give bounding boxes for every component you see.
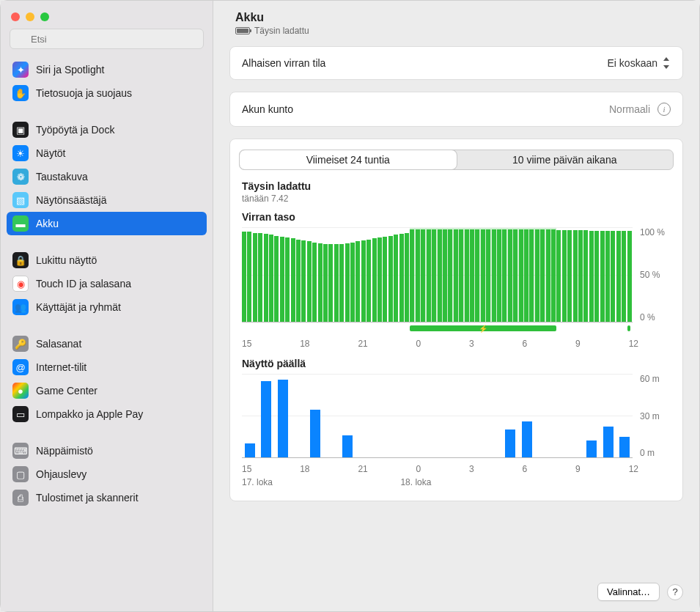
sidebar-item-label: Taustakuva xyxy=(36,171,88,183)
sidebar-item-siri-ja-spotlight[interactable]: ✦Siri ja Spotlight xyxy=(7,58,207,81)
sidebar-item-k-ytt-j-t-ja-ryhm-t[interactable]: 👥Käyttäjät ja ryhmät xyxy=(7,295,207,319)
screen-y-axis: 60 m 30 m 0 m xyxy=(637,374,674,458)
sidebar: ✦Siri ja Spotlight✋Tietosuoja ja suojaus… xyxy=(1,1,213,611)
power-level-chart: ⚡ xyxy=(242,227,633,322)
sidebar-item-salasanat[interactable]: 🔑Salasanat xyxy=(7,332,207,355)
minimize-window-button[interactable] xyxy=(26,12,34,21)
sidebar-item-label: Touch ID ja salasana xyxy=(36,278,131,290)
power-y-axis: 100 % 50 % 0 % xyxy=(637,227,674,322)
help-button[interactable]: ? xyxy=(667,584,683,600)
sidebar-icon: ▭ xyxy=(12,406,29,422)
sidebar-item-label: Tulostimet ja skannerit xyxy=(36,492,139,504)
sidebar-icon: ◉ xyxy=(12,276,29,292)
time-range-segment: Viimeiset 24 tuntia 10 viime päivän aika… xyxy=(239,150,674,170)
info-icon[interactable]: i xyxy=(657,103,671,116)
sidebar-item-label: Internet-tilit xyxy=(36,361,86,373)
sidebar-icon: @ xyxy=(12,359,29,375)
sidebar-item-label: Lompakko ja Apple Pay xyxy=(36,408,143,420)
updown-icon xyxy=(662,57,671,69)
settings-window: ✦Siri ja Spotlight✋Tietosuoja ja suojaus… xyxy=(0,0,700,612)
screen-on-title: Näyttö päällä xyxy=(230,350,682,374)
sidebar-icon: ✋ xyxy=(12,85,29,101)
power-level-title: Virran taso xyxy=(230,204,682,227)
sidebar-icon: ☀ xyxy=(12,145,29,161)
fully-charged-title: Täysin ladattu xyxy=(242,180,671,192)
sidebar-icon: 👥 xyxy=(12,299,29,315)
sidebar-item-n-yt-t[interactable]: ☀Näytöt xyxy=(7,141,207,165)
battery-health-value: Normaali xyxy=(609,103,650,115)
main-content: Akku Täysin ladattu Alhaisen virran tila… xyxy=(213,1,699,611)
sidebar-item-label: Tietosuoja ja suojaus xyxy=(36,87,132,99)
sidebar-item-game-center[interactable]: ●Game Center xyxy=(7,379,207,402)
sidebar-item-tulostimet-ja-skannerit[interactable]: ⎙Tulostimet ja skannerit xyxy=(7,486,207,509)
sidebar-item-label: Näytöt xyxy=(36,147,65,159)
sidebar-item-label: Käyttäjät ja ryhmät xyxy=(36,301,121,313)
sidebar-icon: ● xyxy=(12,383,29,399)
sidebar-item-n-pp-imist-[interactable]: ⌨Näppäimistö xyxy=(7,439,207,462)
sidebar-icon: ▬ xyxy=(12,215,29,232)
sidebar-item-ohjauslevy[interactable]: ▢Ohjauslevy xyxy=(7,462,207,486)
page-header: Akku Täysin ladattu xyxy=(213,1,699,46)
search-input[interactable] xyxy=(10,29,204,49)
sidebar-list: ✦Siri ja Spotlight✋Tietosuoja ja suojaus… xyxy=(1,55,213,611)
bolt-icon: ⚡ xyxy=(479,325,487,333)
date-row: 17. loka 18. loka xyxy=(230,476,682,493)
sidebar-item-label: Salasanat xyxy=(36,338,81,350)
sidebar-icon: ▣ xyxy=(12,122,29,138)
battery-health-label: Akun kunto xyxy=(242,103,293,115)
close-window-button[interactable] xyxy=(11,12,20,21)
sidebar-item-label: Ohjauslevy xyxy=(36,468,86,480)
battery-status-label: Täysin ladattu xyxy=(254,26,309,36)
zoom-window-button[interactable] xyxy=(40,12,49,21)
sidebar-item-label: Game Center xyxy=(36,385,97,397)
sidebar-item-ty-p-yt-ja-dock[interactable]: ▣Työpöytä ja Dock xyxy=(7,118,207,141)
sidebar-icon: 🔑 xyxy=(12,336,29,352)
footer: Valinnat… ? xyxy=(213,575,699,611)
seg-last-10d[interactable]: 10 viime päivän aikana xyxy=(457,150,674,169)
sidebar-item-lukittu-n-ytt-[interactable]: 🔒Lukittu näyttö xyxy=(7,248,207,272)
sidebar-item-internet-tilit[interactable]: @Internet-tilit xyxy=(7,355,207,379)
sidebar-icon: ▧ xyxy=(12,192,29,208)
low-power-select[interactable]: Ei koskaan xyxy=(608,57,671,69)
seg-last-24h[interactable]: Viimeiset 24 tuntia xyxy=(240,150,457,169)
fully-charged-time: tänään 7.42 xyxy=(242,193,671,204)
sidebar-item-label: Näppäimistö xyxy=(36,445,93,457)
sidebar-item-taustakuva[interactable]: ❁Taustakuva xyxy=(7,165,207,188)
screen-x-axis: 151821036912 xyxy=(230,458,682,476)
usage-panel: Viimeiset 24 tuntia 10 viime päivän aika… xyxy=(229,139,683,501)
options-button[interactable]: Valinnat… xyxy=(597,583,660,601)
window-controls xyxy=(1,8,213,29)
sidebar-icon: 🔒 xyxy=(12,252,29,268)
sidebar-icon: ✦ xyxy=(12,62,29,78)
screen-on-chart xyxy=(242,374,633,458)
sidebar-item-label: Lukittu näyttö xyxy=(36,254,97,266)
low-power-value: Ei koskaan xyxy=(608,57,657,69)
page-title: Akku xyxy=(235,11,677,24)
low-power-label: Alhaisen virran tila xyxy=(242,57,325,69)
sidebar-item-label: Siri ja Spotlight xyxy=(36,64,104,75)
sidebar-item-touch-id-ja-salasana[interactable]: ◉Touch ID ja salasana xyxy=(7,272,207,295)
sidebar-item-label: Akku xyxy=(36,218,59,229)
sidebar-item-tietosuoja-ja-suojaus[interactable]: ✋Tietosuoja ja suojaus xyxy=(7,81,207,105)
sidebar-item-n-yt-ns-st-j-[interactable]: ▧Näytönsäästäjä xyxy=(7,188,207,212)
sidebar-icon: ⌨ xyxy=(12,443,29,459)
sidebar-icon: ⎙ xyxy=(12,490,29,506)
sidebar-icon: ❁ xyxy=(12,169,29,185)
battery-icon xyxy=(235,27,250,34)
sidebar-item-lompakko-ja-apple-pay[interactable]: ▭Lompakko ja Apple Pay xyxy=(7,402,207,426)
low-power-panel: Alhaisen virran tila Ei koskaan xyxy=(229,46,683,80)
sidebar-item-label: Näytönsäästäjä xyxy=(36,194,107,206)
sidebar-item-akku[interactable]: ▬Akku xyxy=(7,212,207,235)
battery-health-panel: Akun kunto Normaali i xyxy=(229,92,683,127)
sidebar-icon: ▢ xyxy=(12,466,29,482)
sidebar-item-label: Työpöytä ja Dock xyxy=(36,124,114,136)
